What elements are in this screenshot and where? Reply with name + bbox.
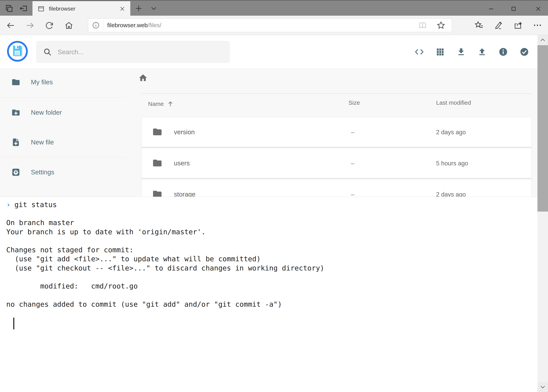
sidebar-divider [0, 157, 126, 157]
sidebar-item-label: New file [31, 139, 54, 146]
sidebar-divider [0, 97, 126, 98]
address-divider [103, 21, 103, 29]
close-window-button[interactable] [528, 1, 548, 16]
back-icon[interactable] [5, 20, 16, 31]
close-tab-icon[interactable] [119, 6, 125, 12]
terminal-prompt: › [6, 201, 11, 209]
sidebar-item-label: New folder [31, 109, 62, 116]
new-tab-button[interactable] [132, 4, 145, 13]
scroll-down-icon[interactable] [537, 382, 548, 392]
sidebar-item-label: My files [31, 78, 53, 86]
browser-tab[interactable]: filebrowser [33, 1, 130, 16]
table-row-version[interactable]: version – 2 days ago [141, 117, 531, 147]
minimize-button[interactable] [482, 1, 500, 16]
sidebar-item-my-files[interactable]: My files [0, 73, 126, 91]
terminal-command: git status [14, 201, 57, 209]
filebrowser-logo[interactable] [7, 41, 28, 62]
floppy-icon [12, 45, 23, 58]
sidebar-item-label: Settings [31, 168, 54, 176]
filebrowser-header [0, 35, 548, 68]
web-notes-icon[interactable] [493, 19, 505, 31]
download-icon[interactable] [456, 46, 467, 57]
forward-icon[interactable] [25, 20, 36, 31]
address-bar[interactable]: filebrowser.web/files/ [88, 18, 452, 32]
add-file-icon [11, 138, 20, 147]
sidebar-item-settings[interactable]: Settings [0, 163, 126, 182]
scroll-up-icon[interactable] [537, 35, 548, 45]
browser-tab-bar: filebrowser [0, 0, 548, 16]
table-row-storage[interactable]: storage – 2 days ago [141, 179, 531, 197]
file-size: – [351, 129, 354, 136]
file-name: users [174, 160, 190, 167]
share-icon[interactable] [512, 19, 524, 31]
more-icon[interactable] [531, 19, 544, 31]
browser-toolbar: filebrowser.web/files/ [0, 16, 548, 35]
file-modified: 2 days ago [436, 129, 466, 136]
reading-view-icon[interactable] [418, 21, 427, 30]
terminal-panel[interactable]: ›git status On branch master Your branch… [0, 197, 537, 392]
file-modified: 2 days ago [436, 191, 466, 197]
set-tabs-aside-icon[interactable] [18, 4, 29, 13]
search-bar[interactable] [36, 41, 230, 63]
favorite-star-icon[interactable] [437, 21, 445, 30]
file-name: version [174, 128, 195, 136]
table-row-users[interactable]: users – 5 hours ago [141, 148, 531, 178]
file-size: – [351, 160, 354, 167]
file-list: version – 2 days ago users – 5 hours ago… [141, 117, 532, 197]
grid-view-icon[interactable] [435, 46, 446, 57]
folder-icon [152, 158, 162, 168]
url-path: /files/ [148, 22, 161, 28]
hub-icon[interactable] [473, 19, 486, 31]
tab-dropdown-icon[interactable] [148, 4, 160, 13]
column-header-name[interactable]: Name [148, 99, 174, 108]
select-check-icon[interactable] [519, 46, 530, 57]
page-icon [38, 5, 45, 12]
terminal-cursor [13, 318, 14, 329]
add-folder-icon [11, 108, 20, 117]
page-scrollbar[interactable] [537, 35, 548, 392]
search-input[interactable] [58, 48, 214, 56]
refresh-icon[interactable] [44, 20, 55, 31]
folder-icon [152, 127, 162, 137]
tab-title: filebrowser [49, 6, 115, 12]
column-header-last-modified[interactable]: Last modified [436, 99, 471, 108]
info-icon[interactable] [498, 46, 509, 57]
upload-icon[interactable] [476, 46, 488, 57]
sort-ascending-icon [167, 100, 174, 107]
column-header-size[interactable]: Size [348, 99, 360, 108]
scrollbar-thumb[interactable] [537, 45, 548, 211]
code-editor-icon[interactable] [414, 46, 425, 57]
breadcrumb-divider [141, 93, 532, 94]
file-name: storage [174, 191, 195, 197]
home-icon[interactable] [63, 20, 74, 31]
search-icon [43, 48, 52, 56]
main-area: My files New folder New file [0, 68, 537, 197]
sidebar-item-new-folder[interactable]: New folder [0, 103, 126, 122]
site-info-icon[interactable] [92, 21, 100, 29]
url-text[interactable]: filebrowser.web/files/ [107, 22, 161, 28]
tab-preview-icon[interactable] [4, 4, 14, 13]
file-size: – [351, 191, 354, 197]
settings-gear-icon [11, 168, 20, 177]
terminal-output: On branch master Your branch is up to da… [6, 209, 324, 309]
folder-icon [11, 78, 20, 87]
file-modified: 5 hours ago [436, 160, 468, 167]
folder-icon [152, 189, 162, 197]
maximize-button[interactable] [505, 1, 522, 16]
url-host: filebrowser.web [107, 22, 148, 28]
terminal-command-line: ›git status [6, 200, 57, 209]
sidebar-item-new-file[interactable]: New file [0, 133, 126, 152]
breadcrumb-home-icon[interactable] [138, 73, 148, 83]
